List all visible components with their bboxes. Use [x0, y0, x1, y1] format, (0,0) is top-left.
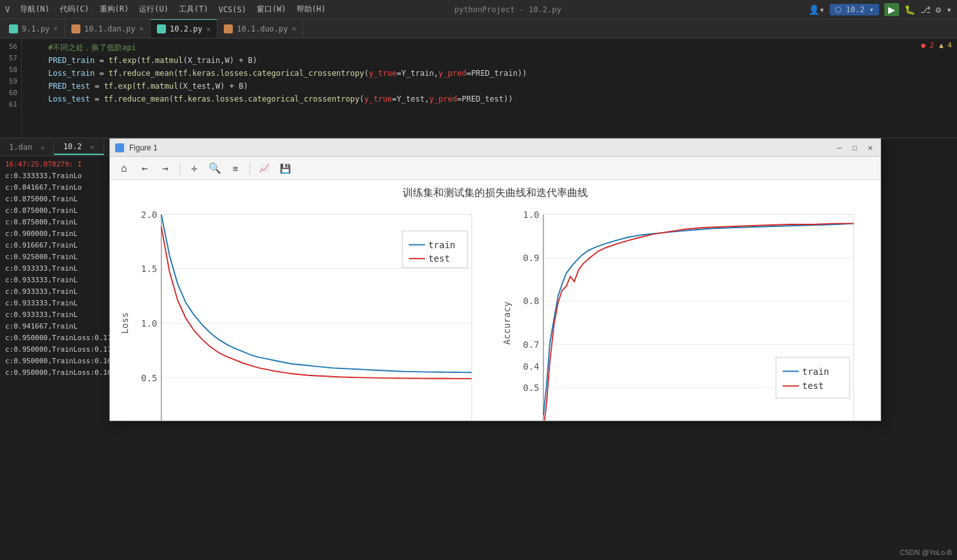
right-controls: 👤▾ ⬡ 10.2 ▾ ▶ 🐛 ⎇ ⚙ ▾ — [808, 3, 952, 16]
fig-settings-button[interactable]: ≡ — [226, 159, 244, 177]
error-badge: ● 2 — [921, 41, 934, 50]
fig-toolbar: ⌂ ← → ✛ 🔍 ≡ 📈 💾 — [110, 157, 880, 180]
fig-forward-button[interactable]: → — [156, 159, 174, 177]
menu-v[interactable]: V — [5, 5, 10, 14]
fig-back-button[interactable]: ← — [136, 159, 154, 177]
fig-separator-2 — [250, 162, 250, 175]
tab-bar: 9.1.py ✕ 10.1.dan.py ✕ 10.2.py ✕ 10.1.du… — [0, 19, 957, 39]
bottom-panel: 1.dan ✕ 10.2 ✕ 16:47:25.078279: I c:0.33… — [0, 138, 957, 560]
accuracy-svg: 1.0 0.9 0.8 0.7 0.5 Accuracy — [498, 205, 874, 420]
fig-app-icon — [115, 143, 124, 152]
svg-text:test: test — [802, 381, 824, 391]
svg-text:0.4: 0.4 — [523, 361, 539, 372]
tab-label-active: 10.2.py — [170, 24, 203, 33]
warning-area: ● 2 ▲ 4 — [921, 41, 957, 50]
fig-zoom-button[interactable]: 🔍 — [206, 159, 224, 177]
fig-pan-button[interactable]: ✛ — [185, 159, 203, 177]
fig-title: Figure 1 — [129, 143, 830, 152]
fig-minimize-button[interactable]: — — [835, 143, 845, 152]
code-editor: ● 2 ▲ 4 56 57 58 59 60 61 #不同之处，换了低阶api … — [0, 39, 957, 138]
loss-chart: 2.0 1.5 1.0 0.5 Loss — [116, 205, 492, 420]
svg-text:1.0: 1.0 — [523, 210, 539, 220]
terminal-tab-dan[interactable]: 1.dan ✕ — [0, 140, 54, 154]
git-icon[interactable]: ⎇ — [920, 5, 931, 15]
menu-tools[interactable]: 工具(T) — [179, 4, 208, 15]
menu-bar: V 导航(N) 代码(C) 重构(R) 运行(U) 工具(T) VCS(S) 窗… — [0, 0, 957, 19]
accuracy-chart: 1.0 0.9 0.8 0.7 0.5 Accuracy — [498, 205, 874, 420]
file-icon-duo — [224, 24, 233, 33]
tab-9-1-py[interactable]: 9.1.py ✕ — [3, 19, 65, 38]
tab-10-1-duo[interactable]: 10.1.duo.py ✕ — [217, 19, 303, 38]
svg-text:0.8: 0.8 — [523, 296, 539, 306]
tab-label-duo: 10.1.duo.py — [237, 24, 287, 33]
menu-run[interactable]: 运行(U) — [139, 4, 169, 15]
tab-close[interactable]: ✕ — [139, 24, 143, 33]
fig-maximize-button[interactable]: ☐ — [850, 143, 860, 152]
svg-text:1.5: 1.5 — [141, 264, 157, 274]
charts-row: 2.0 1.5 1.0 0.5 Loss — [116, 205, 874, 420]
user-icon[interactable]: 👤▾ — [808, 5, 825, 15]
fig-plot-button[interactable]: 📈 — [255, 159, 273, 177]
tab-10-1-dan[interactable]: 10.1.dan.py ✕ — [65, 19, 150, 38]
svg-text:1.0: 1.0 — [141, 318, 157, 329]
file-icon-dan — [71, 24, 80, 33]
svg-text:0.5: 0.5 — [523, 383, 539, 393]
version-badge[interactable]: ⬡ 10.2 ▾ — [830, 4, 879, 15]
tab-close-duo[interactable]: ✕ — [292, 24, 296, 33]
menu-window[interactable]: 窗口(W) — [257, 4, 286, 15]
tab-label: 9.1.py — [22, 24, 50, 33]
tab-label: 10.1.dan.py — [84, 24, 135, 33]
terminal-close-dan[interactable]: ✕ — [41, 144, 44, 151]
tab-close[interactable]: ✕ — [53, 24, 58, 33]
menu-refactor[interactable]: 重构(R) — [100, 4, 129, 15]
svg-text:0.5: 0.5 — [141, 373, 157, 383]
svg-text:0.9: 0.9 — [523, 253, 539, 263]
file-icon-py — [9, 24, 18, 33]
svg-text:0.7: 0.7 — [523, 339, 539, 350]
fig-separator-1 — [179, 162, 180, 175]
file-icon-active — [157, 24, 166, 33]
debug-icon[interactable]: 🐛 — [904, 5, 915, 15]
svg-text:2.0: 2.0 — [141, 210, 157, 220]
fig-close-button[interactable]: ✕ — [865, 143, 875, 152]
loss-svg: 2.0 1.5 1.0 0.5 Loss — [116, 205, 492, 420]
svg-text:train: train — [428, 240, 455, 250]
svg-text:test: test — [428, 253, 450, 264]
terminal-tab-10-2[interactable]: 10.2 ✕ — [54, 140, 104, 155]
warning-badge: ▲ 4 — [939, 41, 952, 50]
figure-window: Figure 1 — ☐ ✕ ⌂ ← → ✛ 🔍 ≡ 📈 💾 训练集和测试集的损… — [109, 138, 881, 421]
menu-help[interactable]: 帮助(H) — [296, 4, 326, 15]
menu-vcs[interactable]: VCS(S) — [219, 5, 246, 14]
watermark: CSDN @YoLo-B — [900, 548, 952, 556]
terminal-close-10-2[interactable]: ✕ — [91, 143, 95, 150]
window-title: pythonProject - 10.2.py — [454, 5, 561, 14]
tab-close-active[interactable]: ✕ — [206, 25, 211, 33]
menu-code[interactable]: 代码(C) — [60, 4, 89, 15]
fig-home-button[interactable]: ⌂ — [115, 159, 133, 177]
svg-text:Accuracy: Accuracy — [502, 302, 512, 345]
svg-text:train: train — [802, 366, 829, 377]
fig-titlebar: Figure 1 — ☐ ✕ — [110, 139, 880, 157]
fig-save-button[interactable]: 💾 — [276, 159, 294, 177]
fig-main-title: 训练集和测试集的损失曲线和迭代率曲线 — [403, 186, 588, 200]
fig-body: 训练集和测试集的损失曲线和迭代率曲线 2.0 1.5 — [110, 180, 880, 420]
svg-text:Loss: Loss — [120, 312, 130, 334]
svg-rect-47 — [776, 357, 850, 398]
menu-nav[interactable]: 导航(N) — [20, 4, 50, 15]
settings-icon[interactable]: ⚙ ▾ — [936, 5, 952, 15]
tab-10-2-py[interactable]: 10.2.py ✕ — [150, 19, 217, 38]
run-button[interactable]: ▶ — [884, 3, 899, 16]
main-area: ● 2 ▲ 4 56 57 58 59 60 61 #不同之处，换了低阶api … — [0, 39, 957, 560]
